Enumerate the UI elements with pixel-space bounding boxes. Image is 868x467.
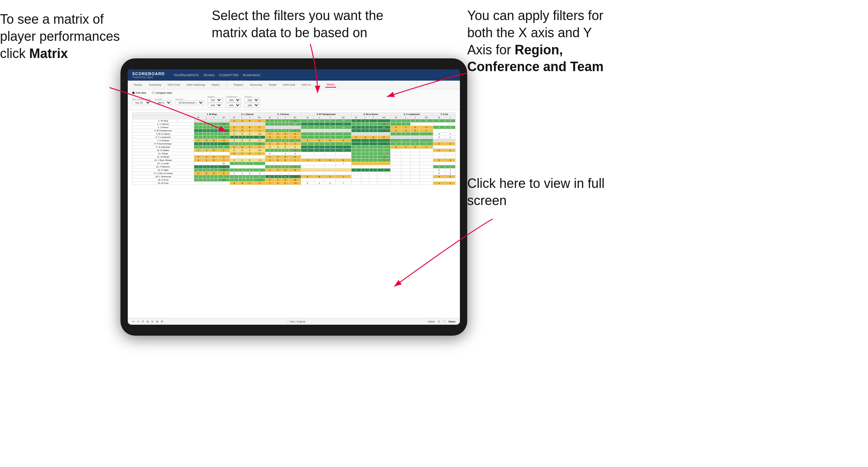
bottom-bar: ↩ ↪ ↺ ⊕ ⊖ ⊞ ⚙ 📄 View: Original Watch ⊡ ⛶…	[128, 318, 460, 325]
row-name: 5. M La Sasso	[132, 132, 194, 136]
table-row: 15. P Maichon 111-19 410-7 22	[132, 165, 456, 169]
filter-region-select[interactable]: N/A	[208, 98, 222, 103]
nav-rankings[interactable]: RANKINGS	[243, 73, 260, 78]
table-row: 13. J Skov Olesen 110-3 210-19 1001 1000…	[132, 159, 456, 162]
filter-conference-select2[interactable]: (All)	[226, 103, 241, 108]
row-name: 4. M Thorbjornsen	[132, 129, 194, 132]
row-name: 1. W Ding	[132, 119, 194, 123]
row-name: 15. P Maichon	[132, 165, 194, 169]
full-view-label: Full View	[136, 92, 146, 94]
table-row: 1. W Ding 12011 110-2 12017 30 01013 02	[132, 119, 456, 123]
sh-l4: L	[314, 116, 324, 119]
table-row: 8. P Summerhays 512-48 200-16 1001 0100 …	[132, 142, 456, 146]
sh-d3: Dif	[289, 116, 301, 119]
table-row: 20. M Ford 331-11 725-76 0107 11	[132, 182, 456, 185]
matrix-table: 1. W Ding 2. L Clanton 3. J Koivun 4. M …	[132, 112, 456, 185]
sh-t3: T	[282, 116, 289, 119]
minus-icon[interactable]: ⊖	[151, 320, 154, 323]
sh-t5: T	[369, 116, 377, 119]
row-name: 8. P Summerhays	[132, 142, 194, 146]
subnav-summary[interactable]: Summary	[147, 82, 163, 87]
table-row: 7. G Sargent 200-16 200-15 1100 1000	[132, 139, 456, 142]
sh-w4: W	[301, 116, 314, 119]
col-header-1: 1. W Ding	[194, 113, 230, 116]
settings-icon[interactable]: ⚙	[161, 320, 163, 323]
sh-d5: Dif	[377, 116, 390, 119]
fullscreen-icon[interactable]: ⛶	[443, 320, 446, 323]
filters-bar: Full View Compact View Max players in vi…	[128, 89, 460, 110]
table-row: 19. D Ford 200-20 240-1 01013	[132, 178, 456, 182]
table-row: 10. B Valdes 1101 001-10 010-10 01011 10…	[132, 149, 456, 152]
annotation-filters: Select the filters you want the matrix d…	[212, 7, 402, 42]
filter-conference: Conference (All) (All)	[226, 96, 241, 108]
subnav-matrix-active[interactable]: Matrix	[325, 82, 336, 88]
row-name: 14. J Lundin	[132, 162, 194, 165]
compact-view-label: Compact View	[155, 92, 172, 94]
compact-view-radio[interactable]	[152, 92, 154, 94]
compact-view-option[interactable]: Compact View	[152, 92, 172, 94]
nav-tournaments[interactable]: TOURNAMENTS	[173, 73, 199, 78]
table-row: 16. K Vilips 310-25 2204 3308 0500 01	[132, 169, 456, 172]
row-name: 13. J Skov Olesen	[132, 159, 194, 162]
share-button[interactable]: Share	[449, 320, 456, 323]
filter-gender: Gender Men's	[155, 98, 172, 105]
table-row: 2. L Clanton 210-16 01013 04011 101-24 2…	[132, 123, 456, 126]
subnav-teams[interactable]: Teams	[132, 82, 144, 87]
row-name: 7. G Sargent	[132, 139, 194, 142]
refresh-icon[interactable]: ↺	[142, 320, 144, 323]
nav-items: TOURNAMENTS TEAMS COMMITTEE RANKINGS	[173, 73, 260, 78]
nav-divider2: |	[319, 83, 320, 86]
sh-w3: W	[265, 116, 274, 119]
filter-gender-select[interactable]: Men's	[155, 100, 172, 105]
filter-players-select2[interactable]: (All)	[245, 103, 260, 108]
nav-committee[interactable]: COMMITTEE	[219, 73, 239, 78]
subnav-detail[interactable]: Detail	[268, 82, 278, 87]
zoom-icon[interactable]: ⊕	[146, 320, 149, 323]
tablet-device: SCOREBOARD Powered by clippd TOURNAMENTS…	[120, 58, 467, 336]
annotation-matrix-bold: Matrix	[29, 46, 68, 61]
sh-l1: L	[203, 116, 210, 119]
col-header-4: 4. M Thorbjornsen	[301, 113, 351, 116]
watch-label[interactable]: Watch	[428, 320, 435, 323]
subheader-name	[132, 116, 194, 119]
filter-region-select2[interactable]: N/A	[208, 103, 222, 108]
row-name: 6. C Lamprecht	[132, 136, 194, 139]
filter-division-select[interactable]: NCAA Division I	[176, 100, 204, 105]
nav-teams[interactable]: TEAMS	[203, 73, 215, 78]
logo-subtitle: Powered by clippd	[132, 76, 165, 78]
table-row: 4. M Thorbjornsen 1005 101-3 101-1 111-6…	[132, 129, 456, 132]
subnav-h2h-heatmap[interactable]: H2H Heatmap	[185, 82, 207, 87]
undo-icon[interactable]: ↩	[132, 320, 135, 323]
screen-icon[interactable]: ⊡	[438, 320, 440, 323]
full-view-radio[interactable]	[132, 92, 135, 94]
view-label-text: View: Original	[289, 320, 305, 323]
sub-navigation: Teams Summary H2H Grid H2H Heatmap Matri…	[128, 81, 460, 89]
subnav-matrix-left[interactable]: Matrix	[210, 82, 221, 87]
subnav-h2h-grid2[interactable]: H2H Grid	[281, 82, 296, 87]
redo-icon[interactable]: ↪	[137, 320, 139, 323]
sh-d6: Dif	[420, 116, 433, 119]
table-row: 3. J Koivun 1102 0102 01013 04011 010-6 …	[132, 126, 456, 129]
col-header-name	[132, 113, 194, 116]
grid-icon[interactable]: ⊞	[156, 320, 158, 323]
table-row: 5. M La Sasso 1506 205-16 1106 1106 30 0…	[132, 132, 456, 136]
filter-max-players-select[interactable]: Top 25	[132, 100, 151, 105]
view-icon: 📄	[285, 320, 289, 323]
annotation-filters-text: Select the filters you want the matrix d…	[212, 8, 383, 40]
subnav-h2h-grid[interactable]: H2H Grid	[166, 82, 181, 87]
filter-conference-select[interactable]: (All)	[226, 98, 241, 103]
matrix-content[interactable]: 1. W Ding 2. L Clanton 3. J Koivun 4. M …	[128, 110, 460, 318]
filter-region: Region N/A N/A	[208, 96, 222, 108]
col-header-7: 7. G Sa	[433, 113, 455, 116]
subnav-h2h2[interactable]: H2H H...	[300, 82, 314, 87]
filter-players-select[interactable]: (All)	[245, 98, 260, 103]
sh-t4: T	[325, 116, 335, 119]
col-header-3: 3. J Koivun	[265, 113, 301, 116]
sh-w2: W	[230, 116, 239, 119]
full-view-option[interactable]: Full View	[132, 92, 146, 94]
subnav-players[interactable]: Players	[232, 82, 245, 87]
subnav-summary2[interactable]: Summary	[248, 82, 264, 87]
sh-l6: L	[402, 116, 411, 119]
row-name: 12. M Riedel	[132, 155, 194, 159]
col-header-6: 6. C Lamprecht	[391, 113, 433, 116]
